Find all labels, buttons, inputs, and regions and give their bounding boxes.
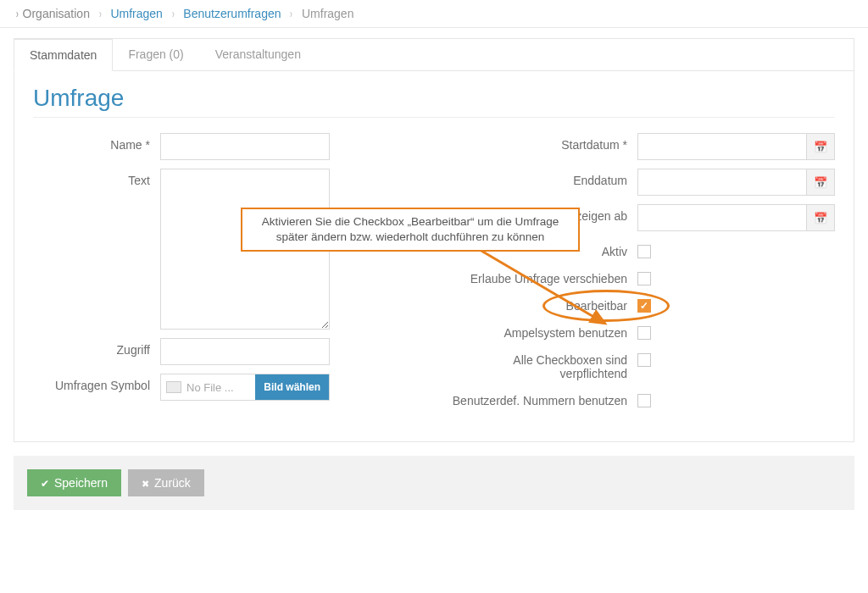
usernum-checkbox[interactable]: [637, 394, 651, 407]
page-title: Umfrage: [33, 85, 835, 112]
chevron-right-icon: ›: [172, 7, 175, 20]
name-input[interactable]: [160, 133, 330, 160]
tab-veranstaltungen[interactable]: Veranstaltungen: [199, 38, 317, 70]
calendar-icon: 📅: [814, 212, 827, 224]
tab-fragen[interactable]: Fragen (0): [112, 38, 199, 70]
calendar-icon: 📅: [814, 141, 827, 153]
showfrom-picker-button[interactable]: 📅: [806, 204, 835, 231]
name-label: Name *: [33, 133, 160, 152]
arrow-annotation: [461, 239, 648, 332]
tabs: Stammdaten Fragen (0) Veranstaltungen: [14, 38, 854, 71]
calendar-icon: 📅: [814, 176, 827, 189]
chevron-right-icon: ›: [290, 7, 292, 20]
breadcrumb-current: Umfragen: [302, 7, 353, 20]
breadcrumb-item: Organisation: [23, 7, 90, 20]
file-placeholder: No File ...: [161, 381, 255, 394]
back-button-label: Zurück: [154, 476, 191, 490]
enddate-label: Enddatum: [451, 169, 637, 187]
all-cb-label: Alle Checkboxen sind verpflichtend: [451, 348, 637, 380]
all-cb-checkbox[interactable]: [637, 353, 651, 367]
usernum-label: Benutzerdef. Nummern benutzen: [451, 389, 637, 407]
enddate-input[interactable]: [637, 169, 806, 196]
tab-stammdaten[interactable]: Stammdaten: [14, 39, 113, 71]
chevron-right-icon: ›: [16, 7, 19, 20]
choose-image-button[interactable]: Bild wählen: [255, 374, 329, 400]
tab-content: Umfrage Aktivieren Sie die Checkbox „Bea…: [14, 71, 854, 441]
save-button[interactable]: Speichern: [27, 469, 121, 496]
file-chooser: No File ... Bild wählen: [160, 374, 330, 401]
back-button[interactable]: Zurück: [128, 469, 204, 496]
help-callout: Aktivieren Sie die Checkbox „Bearbeitbar…: [241, 208, 580, 252]
showfrom-input[interactable]: [637, 204, 806, 231]
breadcrumb-link-umfragen[interactable]: Umfragen: [110, 7, 162, 20]
divider: [33, 117, 835, 118]
startdate-picker-button[interactable]: 📅: [806, 133, 835, 160]
startdate-label: Startdatum *: [451, 133, 637, 152]
action-bar: Speichern Zurück: [14, 456, 854, 510]
symbol-label: Umfragen Symbol: [33, 374, 160, 392]
access-input[interactable]: [160, 338, 330, 365]
chevron-right-icon: ›: [99, 7, 102, 20]
startdate-input[interactable]: [637, 133, 806, 160]
form-grid: Aktivieren Sie die Checkbox „Bearbeitbar…: [33, 133, 835, 416]
file-placeholder-text: No File ...: [186, 381, 234, 394]
enddate-picker-button[interactable]: 📅: [806, 169, 835, 196]
breadcrumb: › Organisation › Umfragen › Benutzerumfr…: [0, 0, 868, 28]
text-label: Text: [33, 169, 160, 187]
image-icon: [166, 381, 181, 393]
form-left-column: Name * Text Zugriff Umfragen Symbol: [33, 133, 417, 416]
access-label: Zugriff: [33, 338, 160, 357]
save-button-label: Speichern: [54, 476, 108, 490]
check-icon: [41, 476, 49, 490]
panel: Stammdaten Fragen (0) Veranstaltungen Um…: [14, 38, 854, 442]
close-icon: [142, 476, 149, 490]
breadcrumb-link-benutzerumfragen[interactable]: Benutzerumfragen: [183, 7, 281, 20]
